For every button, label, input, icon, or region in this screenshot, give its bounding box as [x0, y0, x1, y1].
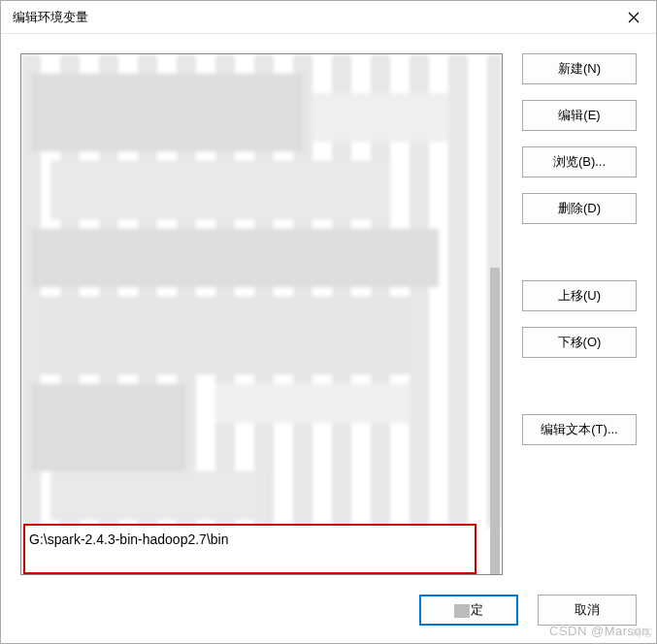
cancel-button[interactable]: 取消 — [538, 595, 637, 626]
move-up-button[interactable]: 上移(U) — [522, 280, 637, 311]
path-listbox[interactable]: G:\spark-2.4.3-bin-hadoop2.7\bin — [20, 53, 503, 575]
ok-label-suffix: 定 — [471, 602, 483, 617]
edit-button[interactable]: 编辑(E) — [522, 100, 637, 131]
dialog-body: G:\spark-2.4.3-bin-hadoop2.7\bin 新建(N) 编… — [1, 34, 656, 585]
scrollbar-thumb[interactable] — [490, 268, 500, 575]
edit-env-var-dialog: 编辑环境变量 G:\spark-2.4.3-bin-hadoop2.7\bin … — [0, 0, 657, 644]
redacted-block — [50, 161, 390, 219]
dialog-footer: 定 取消 — [1, 585, 656, 643]
list-item[interactable]: G:\spark-2.4.3-bin-hadoop2.7\bin — [25, 528, 473, 551]
browse-button[interactable]: 浏览(B)... — [522, 146, 637, 177]
redacted-block — [31, 229, 439, 287]
close-button[interactable] — [611, 1, 656, 34]
button-column: 新建(N) 编辑(E) 浏览(B)... 删除(D) 上移(U) 下移(O) 编… — [522, 53, 637, 575]
new-button[interactable]: 新建(N) — [522, 53, 637, 84]
redacted-block — [41, 297, 410, 374]
redacted-block — [50, 471, 264, 520]
redacted-char — [454, 604, 470, 618]
edit-text-button[interactable]: 编辑文本(T)... — [522, 414, 637, 445]
redacted-entries — [21, 54, 502, 528]
move-down-button[interactable]: 下移(O) — [522, 327, 637, 358]
delete-button[interactable]: 删除(D) — [522, 193, 637, 224]
titlebar: 编辑环境变量 — [1, 1, 656, 34]
redacted-block — [31, 74, 303, 151]
redacted-block — [31, 384, 186, 471]
close-icon — [628, 12, 640, 23]
redacted-block — [215, 384, 410, 423]
dialog-title: 编辑环境变量 — [13, 9, 88, 26]
ok-button[interactable]: 定 — [419, 595, 518, 626]
redacted-block — [312, 93, 448, 142]
